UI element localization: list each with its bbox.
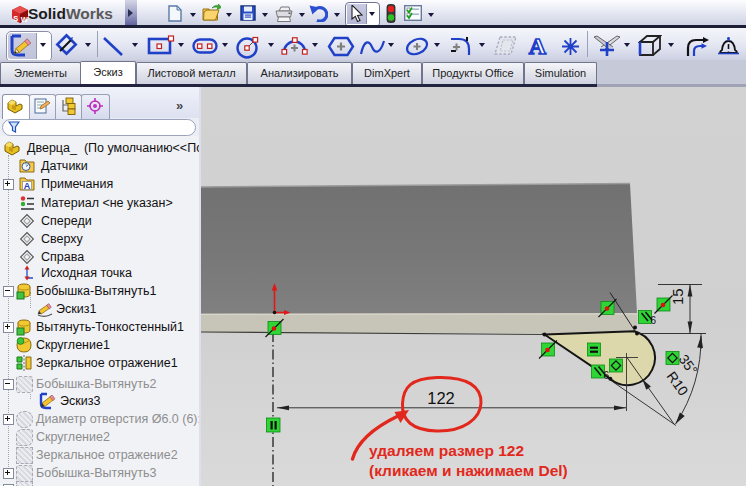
svg-text:A: A	[24, 181, 31, 191]
svg-text:6: 6	[651, 315, 657, 326]
svg-text:S: S	[13, 14, 18, 23]
svg-text:122: 122	[427, 389, 455, 407]
svg-text:6: 6	[604, 370, 610, 381]
svg-text:A: A	[529, 35, 547, 56]
svg-text:удаляем размер 122: удаляем размер 122	[369, 442, 524, 459]
svg-text:(кликаем и нажимаем Del): (кликаем и нажимаем Del)	[369, 462, 568, 479]
